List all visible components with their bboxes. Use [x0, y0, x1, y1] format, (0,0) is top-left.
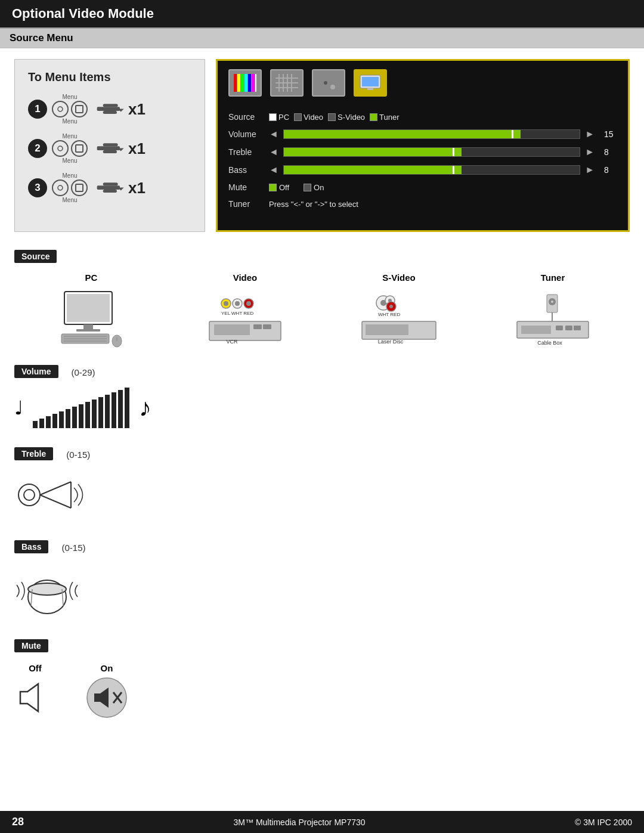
svg-text:VCR: VCR	[226, 339, 238, 345]
treble-badge-row: Treble (0-15)	[14, 442, 630, 466]
footer-page-number: 28	[12, 816, 24, 828]
step-icons-3: Menu Menu	[52, 172, 88, 203]
source-dot-pc	[269, 113, 277, 121]
menu-treble-label: Treble	[228, 147, 269, 157]
menu-tuner-label: Tuner	[228, 199, 269, 209]
volume-fill	[284, 130, 521, 138]
footer-title: 3M™ Multimedia Projector MP7730	[234, 817, 366, 827]
svg-rect-79	[574, 326, 581, 330]
volume-slider	[283, 129, 580, 139]
device-tuner-img: Cable Box	[511, 289, 595, 348]
svg-rect-4	[103, 111, 117, 114]
mute-off-label: Off	[29, 663, 42, 673]
vol-bar-11	[98, 397, 103, 428]
svg-rect-10	[103, 150, 117, 153]
mute-badge-row: Mute	[14, 634, 630, 658]
source-dot-tuner	[370, 113, 377, 121]
svg-rect-57	[214, 324, 250, 335]
treble-left-arrow: ◄	[269, 147, 278, 157]
menu-step-1: 1 Menu Menu	[28, 94, 191, 125]
menu-step-2: 2 Menu Menu	[28, 133, 191, 164]
treble-section: Treble (0-15)	[14, 442, 630, 521]
menu-source-row: Source PC Video S-Video	[228, 112, 617, 122]
source-dot-video	[294, 113, 302, 121]
device-tuner-label: Tuner	[541, 272, 565, 283]
volume-section: Volume (0-29) ♩	[14, 360, 630, 428]
vcr-svg: YEL WHT RED VCR	[203, 289, 287, 348]
svg-rect-15	[103, 185, 120, 190]
bass-badge: Bass	[14, 540, 48, 553]
main-content: To Menu Items 1 Menu Menu	[0, 48, 644, 719]
menu-square-icon-1	[71, 101, 88, 117]
svg-rect-24	[255, 74, 256, 92]
svg-rect-22	[248, 74, 251, 92]
svg-point-82	[24, 490, 35, 500]
svg-rect-2	[103, 104, 118, 107]
menu-square-icon-3	[71, 179, 88, 196]
menu-treble-content: ◄ ► 8	[269, 147, 617, 157]
menu-icon-monitor	[354, 69, 387, 97]
svg-rect-18	[234, 74, 237, 92]
source-video-label: Video	[304, 113, 323, 122]
tuner-text: Press "<-" or "->" to select	[269, 200, 358, 209]
treble-fill	[284, 148, 462, 156]
menu-source-content: PC Video S-Video Tuner	[269, 113, 617, 122]
mute-icons-row: Off On	[14, 663, 630, 719]
mute-on-option: On	[304, 183, 324, 192]
step-label-menu3: Menu	[62, 172, 77, 179]
footer-copyright: © 3M IPC 2000	[575, 817, 632, 827]
menu-bass-label: Bass	[228, 165, 269, 175]
mute-off-dot	[269, 184, 277, 191]
hand-arrow-2: x1	[96, 137, 145, 160]
source-svideo-label: S-Video	[338, 113, 365, 122]
device-pc-img	[49, 289, 133, 348]
section-title: Source Menu	[10, 32, 73, 44]
menu-bass-content: ◄ ► 8	[269, 165, 617, 175]
pc-svg	[52, 289, 130, 348]
svg-line-84	[40, 495, 71, 508]
svg-rect-3	[103, 107, 120, 111]
device-video-img: YEL WHT RED VCR	[203, 289, 287, 348]
treble-icon-row	[14, 471, 630, 521]
device-video-label: Video	[233, 272, 258, 283]
cablebox-svg: Cable Box	[514, 289, 592, 348]
vol-bar-8	[79, 404, 83, 428]
treble-slider	[283, 147, 580, 157]
source-badge: Source	[14, 250, 57, 263]
source-dot-svideo	[328, 113, 336, 121]
diagram-title: To Menu Items	[28, 70, 191, 84]
svg-rect-76	[521, 326, 551, 334]
mute-off-col: Off	[14, 663, 56, 719]
svg-rect-9	[103, 146, 120, 150]
menu-treble-row: Treble ◄ ► 8	[228, 147, 617, 157]
svg-line-83	[40, 482, 71, 495]
speaker-on-icon	[86, 677, 128, 719]
bass-value: 8	[604, 165, 617, 175]
mute-badge: Mute	[14, 639, 48, 652]
volume-bar-row: ♩ ♪	[14, 388, 630, 428]
svg-rect-42	[76, 329, 100, 332]
vol-bar-14	[118, 390, 123, 428]
laserdisc-svg: WHT RED Laser Disc	[357, 289, 441, 348]
mute-on-label: On	[101, 663, 113, 673]
svg-rect-78	[565, 326, 572, 330]
treble-icon	[14, 471, 86, 519]
vol-bar-9	[85, 402, 90, 428]
menu-icon-tool	[312, 69, 345, 97]
treble-range: (0-15)	[66, 450, 90, 460]
volume-range: (0-29)	[72, 367, 95, 377]
svg-rect-21	[244, 74, 247, 92]
volume-bars	[33, 388, 129, 428]
step-label-menu1: Menu	[62, 94, 77, 100]
step-number-3: 3	[28, 178, 47, 197]
menu-step-3: 3 Menu Menu	[28, 172, 191, 203]
step-icons-1: Menu Menu	[52, 94, 88, 125]
svg-point-66	[389, 305, 393, 308]
svg-rect-23	[252, 74, 255, 92]
diagram-row: To Menu Items 1 Menu Menu	[14, 59, 630, 232]
source-tuner: Tuner	[370, 113, 399, 122]
step-label-menu3b: Menu	[62, 197, 77, 203]
menu-mute-content: Off On	[269, 183, 617, 192]
treble-right-arrow: ►	[585, 147, 595, 157]
section-header: Source Menu	[0, 27, 644, 48]
